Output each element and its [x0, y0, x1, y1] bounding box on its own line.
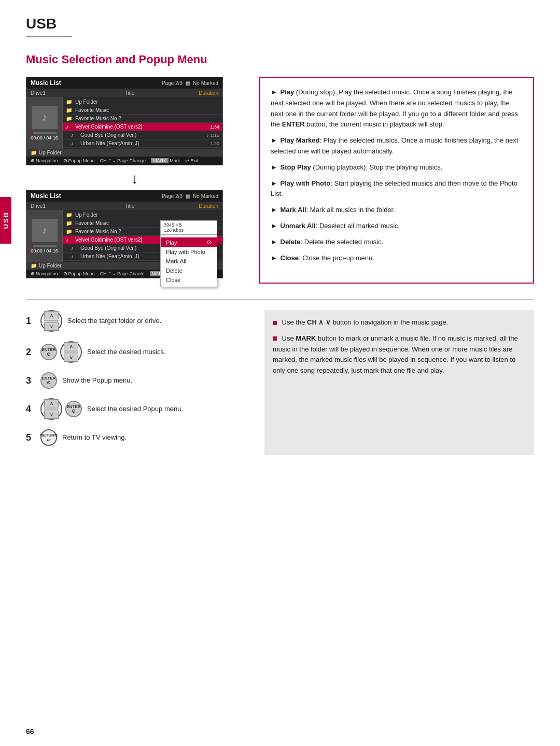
step-3-number: 3 [26, 375, 35, 386]
desc-close: ► Close: Close the pop-up menu. [271, 253, 523, 264]
nav-down-arrow[interactable]: ∨ [64, 354, 78, 362]
step-3-icons: ENTER ⊙ [40, 372, 57, 389]
folder-icon: 📁 [66, 229, 73, 234]
nav-down-arrow[interactable]: ∨ [44, 411, 59, 419]
folder-icon: 📁 [66, 220, 73, 226]
desc-stop-play: ► Stop Play (During playback): Stop the … [271, 162, 523, 173]
list-item: 📁 Up Folder [63, 98, 222, 106]
music-file-icon: ♪ [71, 132, 78, 138]
music-list-screenshot-2: Music List Page 2/3 ▩ No Marked Drive1 T… [26, 190, 223, 278]
section-heading: Music Selection and Popup Menu [26, 53, 534, 66]
nav-circle-button: ∧ ∨ [60, 341, 82, 363]
ml1-drive-col: Drive1 [31, 90, 72, 96]
folder-icon: 📁 [66, 99, 73, 105]
description-col: ► Play (During stop): Play the selected … [259, 77, 534, 284]
ml1-title: Music List [31, 79, 61, 87]
note-1: Use the CH ∧ ∨ button to navigation in t… [273, 317, 526, 328]
ml1-file-list: 📁 Up Folder 📁 Favorite Music 📁 Favorite … [63, 97, 222, 149]
arrow-down-icon: ↓ [26, 171, 244, 187]
upfolder-icon: 📁 [31, 263, 37, 269]
ml1-footer: ⊕ Navigation ⊙ Popup Menu CH ⌃⌄ Page Cha… [26, 157, 222, 165]
desc-play-marked: ► Play Marked: Play the selected musics.… [271, 135, 523, 157]
ml2-drive-col: Drive1 [31, 203, 72, 209]
popup-menu-item-delete[interactable]: Delete [161, 266, 217, 275]
music-file-icon: ♪ [71, 140, 78, 146]
list-item: ♪ Urban Nite (Feat;Amin_J) 1:20 [63, 139, 222, 148]
nav-up-arrow[interactable]: ∧ [44, 311, 59, 319]
ml1-thumbnail: ♪ 00:00 / 04:16 [26, 97, 63, 149]
desc-mark-all: ► Mark All: Mark all musics in the folde… [271, 205, 523, 216]
ml2-dur-col: Duration [187, 203, 218, 209]
enter-button[interactable]: ENTER ⊙ [40, 344, 57, 360]
usb-side-label: USB [2, 212, 10, 229]
step-2-icons: ENTER ⊙ ∧ ∨ [40, 341, 82, 363]
step-3-text: Show the Popup menu. [62, 376, 132, 385]
steps-col: 1 ∧ ∨ Select the target folder or drive.… [26, 310, 249, 455]
notes-col: Use the CH ∧ ∨ button to navigation in t… [264, 310, 534, 455]
folder-icon: 📁 [66, 212, 73, 218]
play-active-icon: ⊙ [207, 239, 212, 246]
music-file-icon: ♪ [71, 245, 78, 251]
ml1-upfolder: 📁 Up Folder [26, 149, 222, 157]
music-note-icon: ♪ [42, 111, 47, 123]
ml1-dur-col: Duration [187, 90, 218, 96]
return-circle-icon: ↩ [47, 438, 51, 443]
popup-menu-item-play-photo[interactable]: Play with Photo [161, 247, 217, 257]
top-section: Music List Page 2/3 ▩ No Marked Drive1 T… [26, 77, 534, 284]
nav-up-arrow[interactable]: ∧ [64, 342, 78, 350]
music-note-icon: ♪ [42, 224, 47, 236]
page-change-label: Page Change [117, 158, 146, 163]
step-2-row: 2 ENTER ⊙ ∧ ∨ Select the desired musics. [26, 341, 249, 363]
desc-unmark-all: ► Unmark All: Deselect all marked music. [271, 221, 523, 232]
enter-button[interactable]: ENTER ⊙ [40, 372, 57, 389]
step-1-icons: ∧ ∨ [40, 310, 62, 332]
step-4-number: 4 [26, 404, 35, 415]
step-2-number: 2 [26, 347, 35, 358]
enter-circle-icon: ⊙ [47, 352, 51, 357]
desc-play-with-photo: ► Play with Photo: Start playing the sel… [271, 178, 523, 200]
step-2-text: Select the desired musics. [87, 347, 166, 357]
step-1-text: Select the target folder or drive. [67, 316, 161, 326]
ml2-thumbnail: ♪ 00:00 / 04:16 [26, 210, 63, 262]
step-5-row: 5 RETURN ↩ Return to TV viewing. [26, 429, 249, 446]
usb-side-tab: USB [0, 197, 11, 244]
step-4-text: Select the desired Popup menu. [87, 404, 183, 414]
step-5-number: 5 [26, 432, 35, 443]
popup-menu-item-play[interactable]: Play ⊙ [161, 237, 217, 247]
popup-menu-item-mark-all[interactable]: Mark All [161, 257, 217, 266]
step-3-row: 3 ENTER ⊙ Show the Popup menu. [26, 372, 249, 389]
screenshots-col: Music List Page 2/3 ▩ No Marked Drive1 T… [26, 77, 244, 284]
music-file-icon: ♪ [71, 254, 78, 259]
nav-circle-button: ∧ ∨ [40, 398, 62, 420]
list-item-selected: ♪ Velvet Goldmine (OST vers2) 1:34 [63, 123, 222, 131]
note-bullet-icon [273, 321, 277, 325]
desc-delete: ► Delete: Delete the selected music. [271, 237, 523, 248]
mark-btn: MARK [151, 158, 169, 163]
section-divider [26, 299, 534, 300]
note-bullet-icon [273, 336, 277, 341]
nav-label: Navigation [36, 158, 58, 163]
popup-label: Popup Menu [68, 158, 95, 163]
upfolder-icon: 📁 [31, 150, 37, 156]
nav-down-arrow[interactable]: ∨ [44, 322, 59, 331]
list-item: 📁 Favorite Music [63, 106, 222, 115]
steps-section: 1 ∧ ∨ Select the target folder or drive.… [26, 310, 534, 455]
note-2: Use MARK button to mark or unmark a musi… [273, 333, 526, 376]
ml2-title: Music List [31, 192, 61, 200]
popup-menu: Play ⊙ Play with Photo Mark All Delete C… [160, 235, 217, 287]
folder-icon: 📁 [66, 116, 73, 121]
folder-icon: 📁 [66, 107, 73, 113]
desc-play: ► Play (During stop): Play the selected … [271, 87, 523, 130]
nav-up-arrow[interactable]: ∧ [44, 399, 59, 407]
list-item: 📁 Favorite Music No.2 [63, 115, 222, 123]
enter-circle-icon: ⊙ [72, 409, 76, 414]
list-item: ♪ Good Bye (Original Ver.) ♪ 1:15 [63, 131, 222, 139]
popup-menu-item-close[interactable]: Close [161, 275, 217, 285]
music-list-screenshot-1: Music List Page 2/3 ▩ No Marked Drive1 T… [26, 77, 223, 165]
enter-button[interactable]: ENTER ⊙ [65, 401, 82, 417]
step-5-text: Return to TV viewing. [62, 433, 127, 442]
step-4-row: 4 ∧ ∨ ENTER ⊙ Select the desired Popup m… [26, 398, 249, 420]
step-1-row: 1 ∧ ∨ Select the target folder or drive. [26, 310, 249, 332]
step-4-icons: ∧ ∨ ENTER ⊙ [40, 398, 82, 420]
return-button[interactable]: RETURN ↩ [40, 429, 57, 446]
